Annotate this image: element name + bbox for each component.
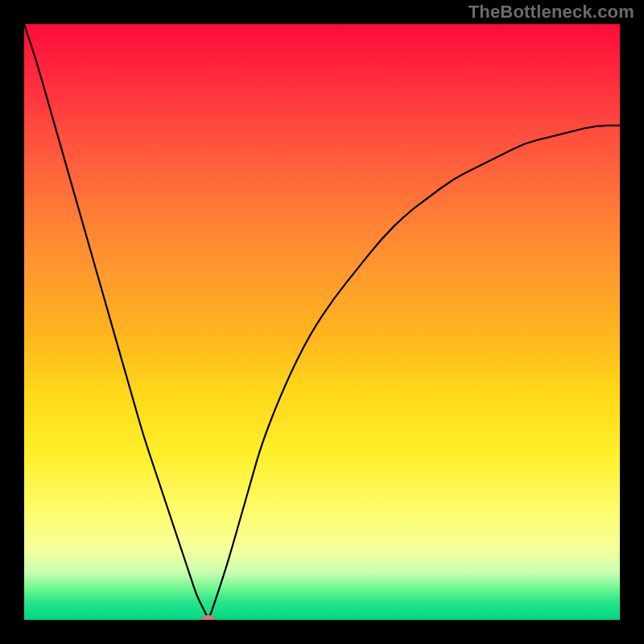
watermark-text: TheBottleneck.com (469, 2, 634, 23)
chart-frame: TheBottleneck.com (0, 0, 644, 644)
gradient-background (24, 24, 620, 620)
plot-area (24, 24, 620, 620)
optimal-marker (201, 615, 216, 620)
